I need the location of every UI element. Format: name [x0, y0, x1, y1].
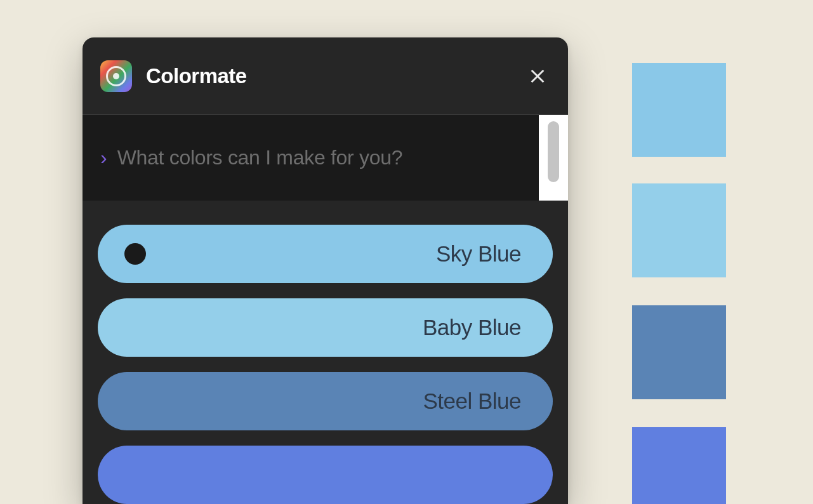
- color-label: Steel Blue: [423, 388, 521, 414]
- header-title-group: Colormate: [100, 60, 247, 92]
- swatch-sky-blue[interactable]: [632, 63, 726, 157]
- color-label: Sky Blue: [436, 241, 521, 267]
- swatch-royal-blue[interactable]: [632, 427, 726, 504]
- panel-header: Colormate: [83, 37, 568, 115]
- color-option-steel-blue[interactable]: Steel Blue: [98, 372, 553, 430]
- app-title: Colormate: [146, 64, 247, 88]
- prompt-area: ›: [83, 115, 568, 201]
- color-option-baby-blue[interactable]: Baby Blue: [98, 298, 553, 357]
- scrollbar-track[interactable]: [539, 115, 568, 201]
- chevron-right-icon: ›: [100, 146, 107, 169]
- color-results: Sky Blue Baby Blue Steel Blue: [83, 201, 568, 504]
- app-icon: [100, 60, 132, 92]
- close-icon: [527, 66, 548, 86]
- color-option-royal-blue[interactable]: [98, 446, 553, 504]
- color-prompt-input[interactable]: [117, 146, 550, 169]
- selection-dot-icon: [124, 243, 146, 265]
- color-option-sky-blue[interactable]: Sky Blue: [98, 225, 553, 283]
- colormate-panel: Colormate › Sky Blue Baby Blue Steel Blu…: [83, 37, 568, 504]
- swatch-baby-blue[interactable]: [632, 183, 726, 277]
- color-label: Baby Blue: [423, 315, 521, 340]
- scrollbar-thumb[interactable]: [548, 121, 559, 182]
- close-button[interactable]: [525, 63, 550, 89]
- swatch-steel-blue[interactable]: [632, 305, 726, 399]
